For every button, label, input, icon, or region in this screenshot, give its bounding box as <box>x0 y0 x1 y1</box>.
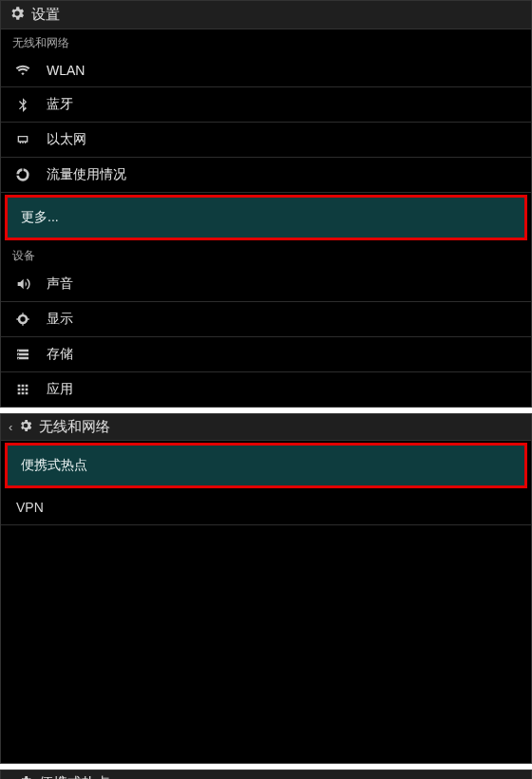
gear-icon <box>9 5 26 25</box>
row-portable-hotspot[interactable]: 便携式热点 <box>8 446 524 485</box>
row-apps-label: 应用 <box>47 381 73 398</box>
wireless-panel: ‹ 无线和网络 便携式热点 VPN <box>0 413 532 764</box>
hotspot-highlight: 便携式热点 <box>5 443 527 488</box>
data-usage-icon <box>12 167 33 182</box>
row-portable-hotspot-label: 便携式热点 <box>21 457 87 472</box>
ethernet-icon <box>12 132 33 147</box>
back-icon[interactable]: ‹ <box>9 420 12 434</box>
wifi-icon <box>12 63 33 78</box>
sound-icon <box>12 276 33 292</box>
row-bluetooth[interactable]: 蓝牙 <box>1 87 531 123</box>
section-device-label: 设备 <box>1 242 531 267</box>
storage-icon <box>12 347 33 362</box>
wireless-header[interactable]: ‹ 无线和网络 <box>1 414 531 441</box>
empty-area <box>1 525 531 763</box>
row-wlan[interactable]: WLAN <box>1 54 531 87</box>
more-highlight: 更多... <box>5 195 527 240</box>
gear-icon <box>18 774 33 779</box>
row-data-usage[interactable]: 流量使用情况 <box>1 158 531 193</box>
row-bluetooth-label: 蓝牙 <box>47 96 73 113</box>
row-apps[interactable]: 应用 <box>1 372 531 407</box>
display-icon <box>12 312 33 327</box>
row-vpn-label: VPN <box>16 500 44 515</box>
apps-icon <box>12 382 33 397</box>
row-more[interactable]: 更多... <box>8 198 524 238</box>
row-data-usage-label: 流量使用情况 <box>47 166 126 183</box>
section-wireless-label: 无线和网络 <box>1 29 531 54</box>
hotspot-panel: ‹ 便携式热点 便携式 WLAN 热点 1 设置 WLAN 热点 Android… <box>0 770 532 779</box>
gear-icon <box>18 418 33 436</box>
row-display-label: 显示 <box>47 311 73 328</box>
bluetooth-icon <box>12 97 33 112</box>
row-storage-label: 存储 <box>47 346 73 363</box>
row-display[interactable]: 显示 <box>1 302 531 337</box>
row-sound[interactable]: 声音 <box>1 267 531 302</box>
row-storage[interactable]: 存储 <box>1 337 531 372</box>
hotspot-title: 便携式热点 <box>39 774 110 779</box>
hotspot-header[interactable]: ‹ 便携式热点 <box>1 770 531 779</box>
row-sound-label: 声音 <box>47 276 73 293</box>
row-ethernet-label: 以太网 <box>47 131 86 148</box>
row-wlan-label: WLAN <box>47 63 85 78</box>
settings-header: 设置 <box>1 1 531 29</box>
row-ethernet[interactable]: 以太网 <box>1 123 531 158</box>
row-more-label: 更多... <box>21 209 59 224</box>
wireless-title: 无线和网络 <box>39 418 110 436</box>
settings-panel: 设置 无线和网络 WLAN 蓝牙 以太网 流量使用情况 更多... 设备 <box>0 0 532 408</box>
row-vpn[interactable]: VPN <box>1 490 531 525</box>
settings-title: 设置 <box>31 6 60 24</box>
